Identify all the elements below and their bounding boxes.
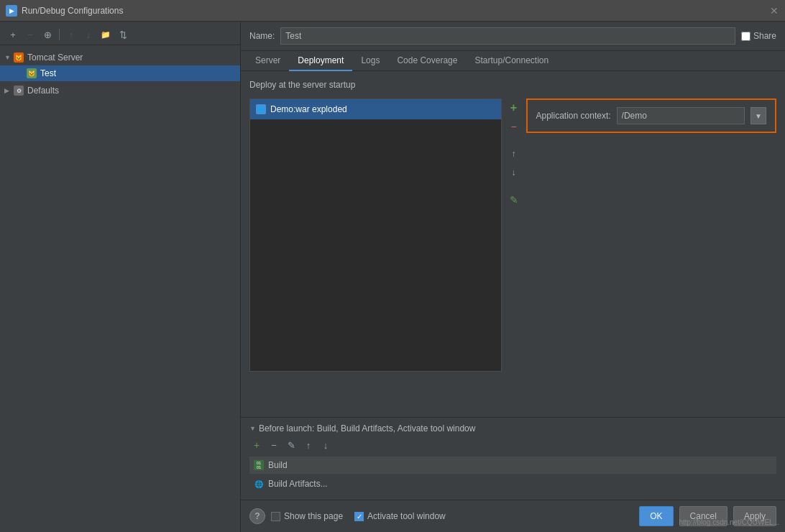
tab-server[interactable]: Server <box>247 51 289 71</box>
build-icon: 0101 <box>254 460 264 470</box>
deploy-list-item[interactable]: 🌐 Demo:war exploded <box>250 99 501 119</box>
launch-edit-button[interactable]: ✎ <box>284 438 298 452</box>
activate-tool-window-checkbox[interactable] <box>354 512 364 521</box>
close-button[interactable]: ✕ <box>769 6 779 16</box>
tab-logs[interactable]: Logs <box>352 51 388 71</box>
config-content: Name: Share Server Deployment Logs Code … <box>241 22 785 532</box>
help-button[interactable]: ? <box>249 508 265 524</box>
deploy-down-button[interactable] <box>506 165 522 180</box>
tomcat-group-label: Tomcat Server <box>27 52 83 63</box>
launch-remove-button[interactable]: − <box>267 438 281 452</box>
move-up-button[interactable] <box>64 27 78 42</box>
expand-icon: ▼ <box>4 54 13 61</box>
share-checkbox[interactable] <box>741 32 750 41</box>
app-context-label: Application context: <box>536 111 611 121</box>
deploy-list-area: 🌐 Demo:war exploded + − <box>249 98 776 408</box>
test-config-label: Test <box>40 68 56 78</box>
tomcat-server-group-header[interactable]: ▼ 🐱 Tomcat Server <box>0 50 240 65</box>
tab-startup-connection[interactable]: Startup/Connection <box>466 51 557 71</box>
bottom-left: Show this page Activate tool window <box>271 511 446 521</box>
deploy-edit-button[interactable]: ✎ <box>506 192 522 208</box>
checkmark-icon <box>357 511 362 521</box>
name-row: Name: Share <box>241 22 785 51</box>
tomcat-group-icon: 🐱 <box>13 52 24 63</box>
sort-button[interactable]: ⇅ <box>116 27 130 42</box>
ok-button[interactable]: OK <box>639 506 673 526</box>
activate-tool-window-area[interactable]: Activate tool window <box>354 511 446 521</box>
before-launch-header[interactable]: ▼ Before launch: Build, Build Artifacts,… <box>249 423 776 434</box>
show-this-page-area[interactable]: Show this page <box>271 511 343 521</box>
test-config-icon: 🐱 <box>26 68 37 79</box>
launch-up-button[interactable]: ↑ <box>301 438 316 452</box>
tomcat-server-group: ▼ 🐱 Tomcat Server 🐱 Test <box>0 48 240 83</box>
build-artifacts-icon: 🌐 <box>254 479 264 489</box>
share-label: Share <box>753 31 776 41</box>
share-area: Share <box>741 31 776 41</box>
dialog-icon: ▶ <box>6 5 17 17</box>
toolbar-divider <box>59 29 60 40</box>
apply-button[interactable]: Apply <box>733 506 776 526</box>
before-launch-section: ▼ Before launch: Build, Build Artifacts,… <box>241 417 785 500</box>
tab-deployment[interactable]: Deployment <box>289 51 352 71</box>
launch-item-build-label: Build <box>268 460 288 470</box>
defaults-icon: ⚙ <box>13 85 24 96</box>
name-label: Name: <box>249 31 275 41</box>
remove-config-button[interactable] <box>23 27 37 42</box>
defaults-expand-icon: ▶ <box>4 87 13 94</box>
dialog-title: Run/Debug Configurations <box>22 6 123 16</box>
name-input[interactable] <box>280 27 735 45</box>
launch-down-button[interactable]: ↓ <box>318 438 333 452</box>
activate-tool-window-label: Activate tool window <box>367 511 446 521</box>
launch-add-button[interactable]: + <box>249 438 264 452</box>
launch-item-build-artifacts-label: Build Artifacts... <box>268 479 328 489</box>
deploy-item-icon: 🌐 <box>256 104 266 114</box>
deploy-up-button[interactable] <box>506 146 522 162</box>
tabs-bar: Server Deployment Logs Code Coverage Sta… <box>241 51 785 71</box>
tab-code-coverage[interactable]: Code Coverage <box>388 51 466 71</box>
show-this-page-label: Show this page <box>284 511 343 521</box>
copy-config-button[interactable]: ⊕ <box>40 27 55 42</box>
deployment-panel: Deploy at the server startup 🌐 Demo:war … <box>241 71 785 417</box>
sidebar: ⊕ 📁 ⇅ ▼ 🐱 <box>0 22 241 532</box>
add-config-button[interactable] <box>6 27 20 42</box>
deploy-item-label: Demo:war exploded <box>270 104 347 114</box>
deploy-controls: + − ✎ <box>506 98 522 408</box>
deploy-add-button[interactable]: + <box>506 100 522 116</box>
defaults-label: Defaults <box>27 86 59 96</box>
cancel-button[interactable]: Cancel <box>679 506 727 526</box>
launch-item-build[interactable]: 0101 Build <box>249 457 776 474</box>
deploy-remove-button[interactable]: − <box>506 119 522 134</box>
app-context-dropdown[interactable]: ▼ <box>750 107 766 124</box>
before-launch-title: Before launch: Build, Build Artifacts, A… <box>259 423 476 434</box>
launch-item-build-artifacts[interactable]: 🌐 Build Artifacts... <box>249 475 776 492</box>
bottom-buttons: OK Cancel Apply <box>639 506 776 526</box>
title-bar: ▶ Run/Debug Configurations ✕ <box>0 0 785 22</box>
deploy-list: 🌐 Demo:war exploded <box>249 98 502 372</box>
before-launch-toolbar: + − ✎ ↑ ↓ <box>249 438 776 452</box>
move-down-button[interactable] <box>81 27 96 42</box>
sidebar-toolbar: ⊕ 📁 ⇅ <box>0 24 240 45</box>
app-context-input[interactable] <box>617 107 745 124</box>
bottom-bar: ? Show this page Activate tool window <box>241 500 785 532</box>
sidebar-item-test[interactable]: 🐱 Test <box>0 65 240 81</box>
folder-button[interactable]: 📁 <box>98 27 113 42</box>
deploy-section-label: Deploy at the server startup <box>249 80 776 90</box>
sidebar-item-defaults[interactable]: ▶ ⚙ Defaults <box>0 83 240 98</box>
app-context-panel: Application context: ▼ <box>526 98 777 408</box>
app-context-box: Application context: ▼ <box>526 98 777 133</box>
config-tree: ▼ 🐱 Tomcat Server 🐱 Test <box>0 45 240 101</box>
show-this-page-checkbox[interactable] <box>271 512 280 521</box>
